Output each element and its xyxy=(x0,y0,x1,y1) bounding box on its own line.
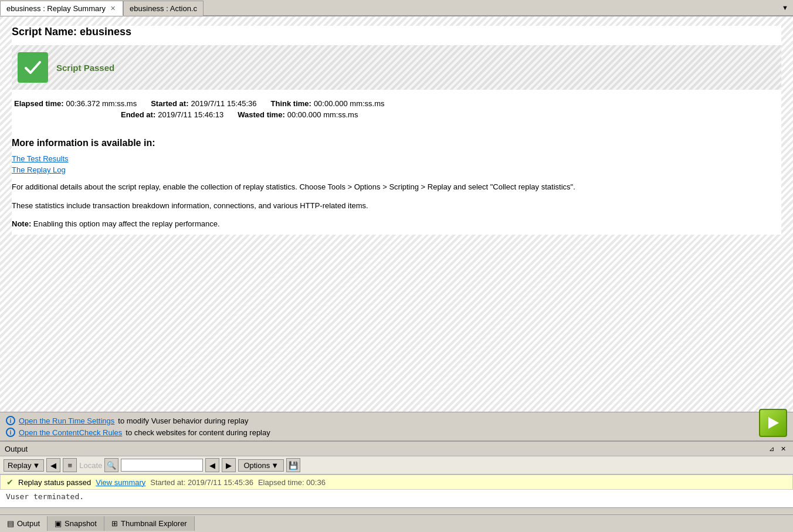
elapsed-time-value: 00:36.372 mm:ss.ms xyxy=(66,99,137,108)
tab-bar: ebusiness : Replay Summary ✕ ebusiness :… xyxy=(0,0,793,16)
info-bar-row-2: i Open the ContentCheck Rules to check w… xyxy=(6,428,787,437)
link-test-results[interactable]: The Test Results xyxy=(12,154,781,163)
timing-row-1: Elapsed time: 00:36.372 mm:ss.ms Started… xyxy=(14,99,779,108)
save-icon: 💾 xyxy=(289,461,298,470)
tab-replay-summary[interactable]: ebusiness : Replay Summary ✕ xyxy=(0,1,123,16)
elapsed-time-label: Elapsed time: xyxy=(14,99,64,108)
more-info-title: More information is available in: xyxy=(12,138,781,148)
nav-next2-button[interactable]: ▶ xyxy=(222,458,236,472)
output-controls: ⊿ ✕ xyxy=(766,443,788,454)
options-dropdown-arrow: ▼ xyxy=(271,461,279,470)
nav-next2-icon: ▶ xyxy=(226,461,232,470)
nav-prev2-icon: ◀ xyxy=(209,461,215,470)
wasted-time-value: 00:00.000 mm:ss.ms xyxy=(287,110,358,119)
search-icon: 🔍 xyxy=(107,461,116,470)
nav-prev-button[interactable]: ◀ xyxy=(46,458,60,472)
play-button-wrap xyxy=(759,409,787,437)
tab-action[interactable]: ebusiness : Action.c xyxy=(123,1,204,16)
output-header: Output ⊿ ✕ xyxy=(0,442,793,456)
script-passed-label: Script Passed xyxy=(56,63,114,73)
snapshot-tab-icon: ▣ xyxy=(55,519,62,528)
content-check-rules-link[interactable]: Open the ContentCheck Rules xyxy=(19,428,122,437)
status-bar: ✔ Replay status passed View summary Star… xyxy=(0,475,793,490)
note-text: Note: Enabling this option may affect th… xyxy=(12,218,781,230)
bottom-tabs: ▤ Output ▣ Snapshot ⊞ Thumbnail Explorer xyxy=(0,514,793,532)
nav-prev-icon: ◀ xyxy=(50,461,56,470)
wasted-time-item: Wasted time: 00:00.000 mm:ss.ms xyxy=(238,110,358,119)
ended-at-label: Ended at: xyxy=(121,110,155,119)
bottom-tab-thumbnail[interactable]: ⊞ Thumbnail Explorer xyxy=(104,516,195,531)
play-button[interactable] xyxy=(759,409,787,437)
info-icon-1: i xyxy=(6,416,15,425)
output-toolbar: Replay ▼ ◀ ≡ Locate 🔍 ◀ ▶ Options ▼ 💾 xyxy=(0,456,793,475)
info-icon-2: i xyxy=(6,428,15,437)
run-time-settings-link[interactable]: Open the Run Time Settings xyxy=(19,416,114,425)
info-bar: i Open the Run Time Settings to modify V… xyxy=(0,412,793,440)
options-button[interactable]: Options ▼ xyxy=(238,459,284,472)
log-text: Vuser terminated. xyxy=(6,492,84,501)
bottom-tab-output[interactable]: ▤ Output xyxy=(0,516,48,531)
ended-at-item: Ended at: 2019/7/11 15:46:13 xyxy=(121,110,223,119)
output-tab-label: Output xyxy=(17,519,40,528)
main-content: Script Name: ebusiness Script Passed Ela… xyxy=(0,16,793,440)
status-check-icon: ✔ xyxy=(6,477,13,487)
options-label: Options xyxy=(243,461,270,470)
note-label: Note: xyxy=(12,219,31,228)
pin-button[interactable]: ⊿ xyxy=(766,443,777,454)
replay-dropdown[interactable]: Replay ▼ xyxy=(4,459,44,472)
output-panel: Output ⊿ ✕ Replay ▼ ◀ ≡ Locate 🔍 ◀ ▶ Opt… xyxy=(0,440,793,532)
info-bar-row-1: i Open the Run Time Settings to modify V… xyxy=(6,416,787,425)
status-row: Script Passed xyxy=(12,45,781,90)
think-time-item: Think time: 00:00.000 mm:ss.ms xyxy=(271,99,385,108)
elapsed-time-info: Elapsed time: 00:36 xyxy=(258,478,326,487)
started-at-label: Started at: xyxy=(151,99,188,108)
info-bar-text-1: to modify Vuser behavior during replay xyxy=(118,416,248,425)
log-area: Vuser terminated. xyxy=(0,490,793,507)
bottom-tab-snapshot[interactable]: ▣ Snapshot xyxy=(48,516,104,531)
timing-row-2: Ended at: 2019/7/11 15:46:13 Wasted time… xyxy=(121,110,779,119)
replay-dropdown-label: Replay xyxy=(8,461,31,470)
output-tab-icon: ▤ xyxy=(7,519,14,528)
timing-section: Elapsed time: 00:36.372 mm:ss.ms Started… xyxy=(12,99,781,121)
svg-marker-0 xyxy=(768,417,779,429)
info-text-2: These statistics include transaction bre… xyxy=(12,200,781,212)
more-info-section: More information is available in: The Te… xyxy=(12,133,781,235)
started-at-value: 2019/7/11 15:45:36 xyxy=(191,99,256,108)
nav-list-button[interactable]: ≡ xyxy=(63,458,77,472)
link-replay-log[interactable]: The Replay Log xyxy=(12,165,781,174)
thumbnail-tab-icon: ⊞ xyxy=(111,519,118,528)
replay-status-text: Replay status passed xyxy=(18,478,91,487)
think-time-value: 00:00.000 mm:ss.ms xyxy=(314,99,385,108)
wasted-time-label: Wasted time: xyxy=(238,110,284,119)
tab-label: ebusiness : Replay Summary xyxy=(6,4,106,13)
dropdown-arrow-icon: ▼ xyxy=(782,4,788,11)
replay-dropdown-arrow: ▼ xyxy=(32,461,40,470)
script-passed-icon xyxy=(18,52,48,83)
summary-panel: Script Name: ebusiness Script Passed Ela… xyxy=(0,16,793,412)
elapsed-time-item: Elapsed time: 00:36.372 mm:ss.ms xyxy=(14,99,137,108)
script-name-heading: Script Name: ebusiness xyxy=(12,26,781,38)
search-icon-button[interactable]: 🔍 xyxy=(104,458,118,472)
close-output-button[interactable]: ✕ xyxy=(778,443,788,454)
started-at-info: Started at: 2019/7/11 15:45:36 xyxy=(150,478,253,487)
info-bar-text-2: to check websites for content during rep… xyxy=(126,428,270,437)
thumbnail-tab-label: Thumbnail Explorer xyxy=(121,519,187,528)
save-button[interactable]: 💾 xyxy=(286,458,300,472)
nav-list-icon: ≡ xyxy=(68,461,73,470)
tab-label: ebusiness : Action.c xyxy=(130,4,197,13)
horizontal-scrollbar[interactable] xyxy=(0,507,793,514)
started-at-item: Started at: 2019/7/11 15:45:36 xyxy=(151,99,256,108)
view-summary-link[interactable]: View summary xyxy=(96,478,145,487)
think-time-label: Think time: xyxy=(271,99,311,108)
nav-prev2-button[interactable]: ◀ xyxy=(205,458,219,472)
snapshot-tab-label: Snapshot xyxy=(65,519,97,528)
locate-label: Locate xyxy=(79,461,102,470)
info-text-1: For additional details about the script … xyxy=(12,181,781,193)
note-content: Enabling this option may affect the repl… xyxy=(33,219,220,228)
tab-overflow-dropdown[interactable]: ▼ xyxy=(777,0,793,15)
tab-close-icon[interactable]: ✕ xyxy=(109,4,117,13)
search-input[interactable] xyxy=(121,459,203,472)
output-title: Output xyxy=(5,445,28,453)
ended-at-value: 2019/7/11 15:46:13 xyxy=(158,110,223,119)
